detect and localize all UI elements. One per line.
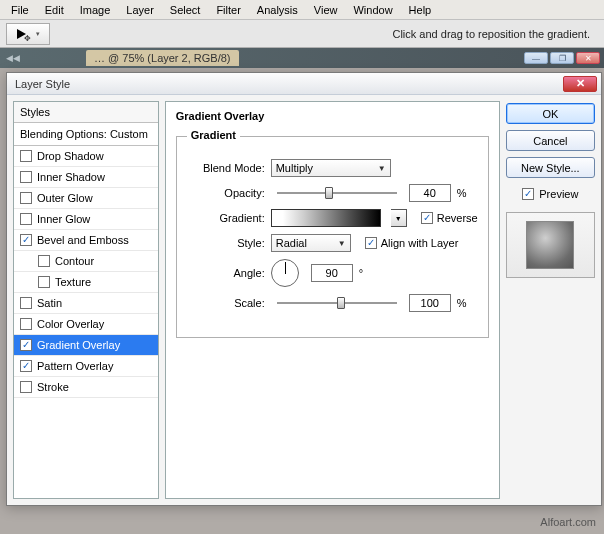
style-select[interactable]: Radial: [271, 234, 351, 252]
effect-settings-panel: Gradient Overlay Gradient Blend Mode: Mu…: [165, 101, 500, 499]
reverse-label: Reverse: [437, 212, 478, 224]
style-row-stroke[interactable]: Stroke: [14, 377, 158, 398]
options-hint: Click and drag to reposition the gradien…: [392, 28, 590, 40]
style-checkbox[interactable]: [38, 276, 50, 288]
style-checkbox[interactable]: [20, 192, 32, 204]
style-checkbox[interactable]: [20, 297, 32, 309]
menu-image[interactable]: Image: [73, 2, 118, 18]
style-row-label: Drop Shadow: [37, 150, 104, 162]
style-row-inner-shadow[interactable]: Inner Shadow: [14, 167, 158, 188]
tool-options-bar: ✥▾ Click and drag to reposition the grad…: [0, 20, 604, 48]
gradient-label: Gradient:: [187, 212, 265, 224]
angle-input[interactable]: 90: [311, 264, 353, 282]
watermark: Alfoart.com: [540, 516, 596, 528]
app-menu-bar: File Edit Image Layer Select Filter Anal…: [0, 0, 604, 20]
style-row-label: Stroke: [37, 381, 69, 393]
styles-list-panel: Styles Blending Options: Custom Drop Sha…: [13, 101, 159, 499]
menu-select[interactable]: Select: [163, 2, 208, 18]
preview-checkbox[interactable]: [522, 188, 534, 200]
dialog-title: Layer Style: [11, 78, 70, 90]
style-checkbox[interactable]: [20, 360, 32, 372]
style-checkbox[interactable]: [20, 150, 32, 162]
opacity-unit: %: [457, 187, 467, 199]
style-row-color-overlay[interactable]: Color Overlay: [14, 314, 158, 335]
align-with-layer-label: Align with Layer: [381, 237, 459, 249]
style-row-label: Gradient Overlay: [37, 339, 120, 351]
document-minimize-button[interactable]: —: [524, 52, 548, 64]
ok-button[interactable]: OK: [506, 103, 595, 124]
scale-label: Scale:: [187, 297, 265, 309]
style-row-label: Pattern Overlay: [37, 360, 113, 372]
style-row-pattern-overlay[interactable]: Pattern Overlay: [14, 356, 158, 377]
menu-filter[interactable]: Filter: [209, 2, 247, 18]
menu-view[interactable]: View: [307, 2, 345, 18]
preview-label: Preview: [539, 188, 578, 200]
style-checkbox[interactable]: [20, 318, 32, 330]
cancel-button[interactable]: Cancel: [506, 130, 595, 151]
style-checkbox[interactable]: [20, 171, 32, 183]
menu-analysis[interactable]: Analysis: [250, 2, 305, 18]
document-restore-button[interactable]: ❐: [550, 52, 574, 64]
preview-swatch: [526, 221, 574, 269]
menu-file[interactable]: File: [4, 2, 36, 18]
move-tool-icon[interactable]: ✥▾: [6, 23, 50, 45]
document-tab-bar: ◀◀ … @ 75% (Layer 2, RGB/8) — ❐ ✕: [0, 48, 604, 68]
style-row-inner-glow[interactable]: Inner Glow: [14, 209, 158, 230]
style-row-contour[interactable]: Contour: [14, 251, 158, 272]
scale-input[interactable]: 100: [409, 294, 451, 312]
style-row-label: Inner Shadow: [37, 171, 105, 183]
reverse-checkbox[interactable]: [421, 212, 433, 224]
layer-style-dialog: Layer Style ✕ Styles Blending Options: C…: [6, 72, 602, 506]
new-style-button[interactable]: New Style...: [506, 157, 595, 178]
style-checkbox[interactable]: [20, 339, 32, 351]
dialog-buttons-panel: OK Cancel New Style... Preview: [506, 101, 595, 499]
scale-slider[interactable]: [277, 302, 397, 304]
opacity-input[interactable]: 40: [409, 184, 451, 202]
styles-header[interactable]: Styles: [14, 102, 158, 123]
style-row-label: Texture: [55, 276, 91, 288]
blending-options-row[interactable]: Blending Options: Custom: [14, 123, 158, 146]
menu-layer[interactable]: Layer: [119, 2, 161, 18]
style-row-label: Contour: [55, 255, 94, 267]
angle-dial[interactable]: [271, 259, 299, 287]
style-checkbox[interactable]: [38, 255, 50, 267]
style-row-texture[interactable]: Texture: [14, 272, 158, 293]
document-tab[interactable]: … @ 75% (Layer 2, RGB/8): [86, 50, 239, 66]
menu-window[interactable]: Window: [346, 2, 399, 18]
menu-edit[interactable]: Edit: [38, 2, 71, 18]
dialog-close-button[interactable]: ✕: [563, 76, 597, 92]
opacity-slider[interactable]: [277, 192, 397, 194]
style-value: Radial: [276, 237, 307, 249]
style-row-outer-glow[interactable]: Outer Glow: [14, 188, 158, 209]
style-row-label: Satin: [37, 297, 62, 309]
style-checkbox[interactable]: [20, 381, 32, 393]
align-with-layer-checkbox[interactable]: [365, 237, 377, 249]
gradient-dropdown-icon[interactable]: ▼: [391, 209, 407, 227]
style-row-drop-shadow[interactable]: Drop Shadow: [14, 146, 158, 167]
style-row-label: Bevel and Emboss: [37, 234, 129, 246]
gradient-group: Gradient Blend Mode: Multiply Opacity: 4…: [176, 130, 489, 338]
style-row-gradient-overlay[interactable]: Gradient Overlay: [14, 335, 158, 356]
style-label: Style:: [187, 237, 265, 249]
angle-unit: °: [359, 267, 363, 279]
document-close-button[interactable]: ✕: [576, 52, 600, 64]
style-row-label: Outer Glow: [37, 192, 93, 204]
style-row-bevel-and-emboss[interactable]: Bevel and Emboss: [14, 230, 158, 251]
scale-unit: %: [457, 297, 467, 309]
style-row-label: Inner Glow: [37, 213, 90, 225]
style-checkbox[interactable]: [20, 234, 32, 246]
preview-swatch-box: [506, 212, 595, 278]
dialog-title-bar[interactable]: Layer Style ✕: [7, 73, 601, 95]
gradient-swatch[interactable]: [271, 209, 381, 227]
panel-title: Gradient Overlay: [176, 110, 489, 122]
style-checkbox[interactable]: [20, 213, 32, 225]
style-row-label: Color Overlay: [37, 318, 104, 330]
group-legend: Gradient: [187, 129, 240, 141]
opacity-label: Opacity:: [187, 187, 265, 199]
angle-label: Angle:: [187, 267, 265, 279]
style-row-satin[interactable]: Satin: [14, 293, 158, 314]
blend-mode-select[interactable]: Multiply: [271, 159, 391, 177]
menu-help[interactable]: Help: [402, 2, 439, 18]
blend-mode-value: Multiply: [276, 162, 313, 174]
tab-scroll-left-icon[interactable]: ◀◀: [2, 53, 24, 63]
